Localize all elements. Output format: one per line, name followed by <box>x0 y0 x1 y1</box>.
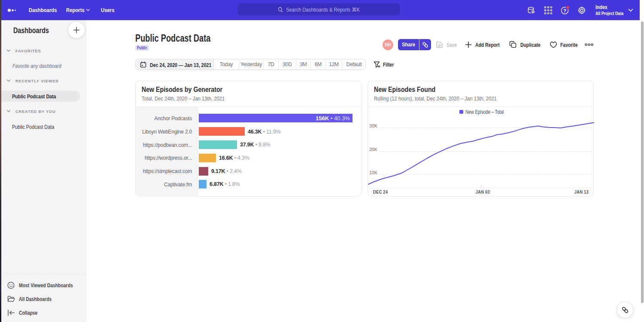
svg-text:?: ? <box>563 8 566 13</box>
